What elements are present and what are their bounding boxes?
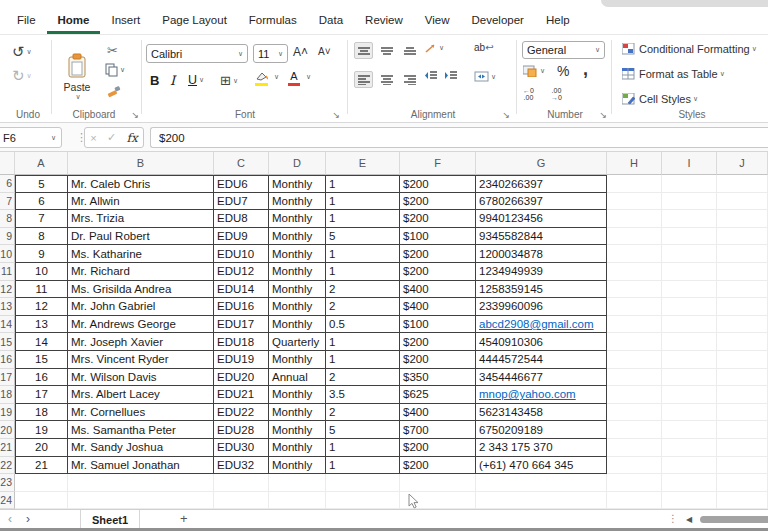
undo-button[interactable]: ↺∨	[12, 43, 32, 61]
row-header-20[interactable]: 20	[0, 421, 15, 439]
cell-E20[interactable]: 5	[326, 421, 400, 439]
cell-B8[interactable]: Mrs. Trizia	[68, 210, 214, 228]
cell-G16[interactable]: 4444572544	[476, 351, 607, 369]
cell-C19[interactable]: EDU22	[214, 404, 269, 422]
increase-indent-button[interactable]	[444, 71, 457, 81]
row-header-13[interactable]: 13	[0, 298, 15, 316]
cell-I13[interactable]	[662, 298, 717, 316]
decrease-font-button[interactable]: A˅	[318, 46, 331, 57]
cell-I8[interactable]	[662, 210, 717, 228]
cell-H17[interactable]	[607, 369, 662, 387]
cell-G15[interactable]: 4540910306	[476, 333, 607, 351]
tab-help[interactable]: Help	[535, 9, 581, 34]
cell-A20[interactable]: 19	[15, 421, 68, 439]
cell-E11[interactable]: 1	[326, 263, 400, 281]
comma-style-button[interactable]: ,	[583, 59, 588, 80]
cell-E13[interactable]: 2	[326, 298, 400, 316]
column-header-I[interactable]: I	[662, 152, 717, 175]
bold-button[interactable]: B	[150, 73, 159, 88]
cell-D18[interactable]: Monthly	[269, 386, 326, 404]
cell-G6[interactable]: 2340266397	[476, 175, 607, 193]
row-header-24[interactable]: 24	[0, 492, 15, 510]
cell-C12[interactable]: EDU14	[214, 281, 269, 299]
row-header-15[interactable]: 15	[0, 333, 15, 351]
bottom-align-button[interactable]	[400, 42, 419, 59]
cell-A16[interactable]: 15	[15, 351, 68, 369]
cell-E24[interactable]	[326, 492, 400, 510]
align-left-button[interactable]	[354, 71, 373, 88]
cell-C14[interactable]: EDU17	[214, 316, 269, 334]
cell-B16[interactable]: Mrs. Vincent Ryder	[68, 351, 214, 369]
cell-D21[interactable]: Monthly	[269, 439, 326, 457]
column-header-G[interactable]: G	[476, 152, 607, 175]
font-dialog-launcher[interactable]: ↘	[332, 110, 340, 120]
number-format-combo[interactable]: General∨	[522, 41, 605, 59]
hscroll-thumb[interactable]	[700, 516, 768, 523]
cell-H24[interactable]	[607, 492, 662, 510]
name-box[interactable]: F6 ∨	[0, 127, 62, 148]
cell-H9[interactable]	[607, 228, 662, 246]
tab-formulas[interactable]: Formulas	[238, 9, 308, 34]
cell-B17[interactable]: Mr. Wilson Davis	[68, 369, 214, 387]
cell-H10[interactable]	[607, 245, 662, 263]
cell-J18[interactable]	[717, 386, 768, 404]
cell-G8[interactable]: 9940123456	[476, 210, 607, 228]
row-header-8[interactable]: 8	[0, 210, 15, 228]
cell-E16[interactable]: 1	[326, 351, 400, 369]
cell-E21[interactable]: 1	[326, 439, 400, 457]
cell-C7[interactable]: EDU7	[214, 193, 269, 211]
cell-F14[interactable]: $100	[400, 316, 476, 334]
cell-H12[interactable]	[607, 281, 662, 299]
cell-D15[interactable]: Quarterly	[269, 333, 326, 351]
cell-D17[interactable]: Annual	[269, 369, 326, 387]
tab-view[interactable]: View	[414, 9, 461, 34]
row-header-7[interactable]: 7	[0, 193, 15, 211]
cell-H16[interactable]	[607, 351, 662, 369]
cell-C17[interactable]: EDU20	[214, 369, 269, 387]
sheet-nav-prev-icon[interactable]: ‹	[8, 512, 12, 526]
column-header-A[interactable]: A	[15, 152, 68, 175]
cell-C21[interactable]: EDU30	[214, 439, 269, 457]
cell-D11[interactable]: Monthly	[269, 263, 326, 281]
row-header-22[interactable]: 22	[0, 457, 15, 475]
cell-E18[interactable]: 3.5	[326, 386, 400, 404]
sheet-nav-next-icon[interactable]: ›	[26, 512, 30, 526]
cell-J24[interactable]	[717, 492, 768, 510]
cell-G7[interactable]: 6780266397	[476, 193, 607, 211]
percent-style-button[interactable]: %	[557, 63, 569, 79]
insert-function-icon[interactable]: fx	[127, 131, 138, 145]
cell-B6[interactable]: Mr. Caleb Chris	[68, 175, 214, 193]
cell-E6[interactable]: 1	[326, 175, 400, 193]
cell-I16[interactable]	[662, 351, 717, 369]
clipboard-dialog-launcher[interactable]: ↘	[131, 110, 139, 120]
cell-I11[interactable]	[662, 263, 717, 281]
cell-J7[interactable]	[717, 193, 768, 211]
row-header-19[interactable]: 19	[0, 404, 15, 422]
font-color-button[interactable]: A	[288, 71, 300, 86]
cell-G10[interactable]: 1200034878	[476, 245, 607, 263]
tab-file[interactable]: File	[6, 9, 47, 34]
cell-J21[interactable]	[717, 439, 768, 457]
cell-B10[interactable]: Ms. Katharine	[68, 245, 214, 263]
row-header-17[interactable]: 17	[0, 369, 15, 387]
cell-C11[interactable]: EDU12	[214, 263, 269, 281]
cell-A6[interactable]: 5	[15, 175, 68, 193]
select-all-corner[interactable]	[0, 152, 15, 175]
font-name-combo[interactable]: Calibri∨	[146, 44, 248, 63]
cell-J10[interactable]	[717, 245, 768, 263]
cell-A19[interactable]: 18	[15, 404, 68, 422]
cell-C18[interactable]: EDU21	[214, 386, 269, 404]
align-right-button[interactable]	[400, 71, 419, 88]
cell-F17[interactable]: $350	[400, 369, 476, 387]
cell-H21[interactable]	[607, 439, 662, 457]
borders-button[interactable]: ⊞∨	[220, 73, 238, 88]
cell-G21[interactable]: 2 343 175 370	[476, 439, 607, 457]
cell-D13[interactable]: Monthly	[269, 298, 326, 316]
cell-H15[interactable]	[607, 333, 662, 351]
cell-J23[interactable]	[717, 474, 768, 492]
cell-A24[interactable]	[15, 492, 68, 510]
row-header-9[interactable]: 9	[0, 228, 15, 246]
cell-C15[interactable]: EDU18	[214, 333, 269, 351]
cell-F19[interactable]: $400	[400, 404, 476, 422]
cell-D10[interactable]: Monthly	[269, 245, 326, 263]
